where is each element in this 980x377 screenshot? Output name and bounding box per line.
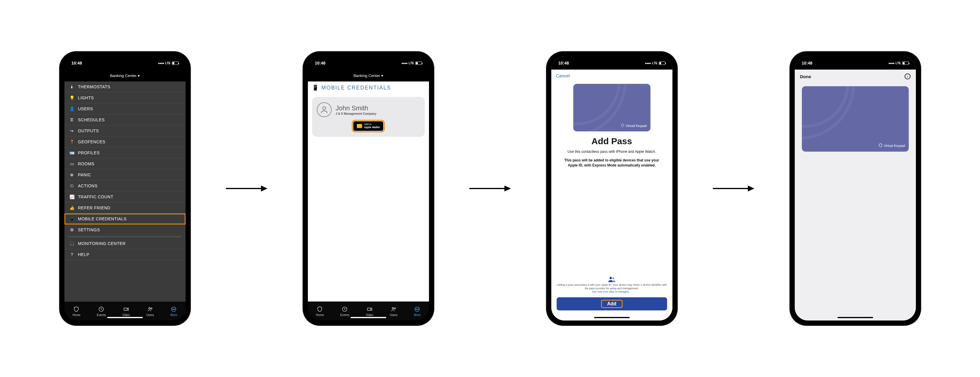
menu-item-label: SCHEDULES — [78, 117, 105, 122]
svg-marker-20 — [504, 185, 511, 192]
home-indicator[interactable] — [837, 317, 873, 318]
notch — [100, 56, 150, 64]
menu-item-lights[interactable]: 💡LIGHTS — [64, 93, 186, 104]
tab-users[interactable]: Users — [146, 306, 154, 317]
phone-2-mobile-credentials: 10:48 ●●●● LTE Banking Center ▾ 📱 MOBILE… — [303, 52, 434, 325]
menu-item-help[interactable]: ?HELP — [64, 249, 186, 260]
menu-item-users[interactable]: 👤USERS — [64, 104, 186, 115]
add-to-apple-wallet-button[interactable]: Add to Apple Wallet — [353, 121, 383, 131]
user-icon: 👤 — [70, 107, 75, 111]
svg-marker-9 — [261, 185, 267, 192]
tab-video[interactable]: Video — [123, 306, 130, 317]
info-icon[interactable]: i — [905, 73, 910, 79]
tab-more[interactable]: More — [170, 306, 177, 317]
menu-item-refer-friend[interactable]: 👍REFER FRIEND — [64, 203, 186, 214]
add-pass-title: Add Pass — [551, 136, 673, 146]
network-label: LTE — [165, 62, 170, 65]
home-indicator[interactable] — [594, 317, 630, 318]
menu-item-schedules[interactable]: 🗓SCHEDULES — [64, 115, 186, 125]
users-icon — [147, 306, 153, 313]
add-button[interactable]: Add — [557, 297, 667, 310]
svg-point-5 — [172, 309, 173, 310]
wallet-pass-card[interactable]: Virtual Keypad — [802, 86, 909, 152]
tab-label: More — [170, 313, 177, 317]
svg-point-16 — [416, 309, 417, 310]
menu-item-label: THERMOSTATS — [78, 85, 110, 89]
svg-point-2 — [149, 307, 150, 309]
network-label: LTE — [896, 62, 901, 65]
svg-marker-24 — [748, 185, 754, 192]
menu-item-label: MONITORING CENTER — [78, 241, 126, 246]
avatar-icon — [317, 102, 332, 117]
add-pass-subtitle: Use this contactless pass with iPhone an… — [551, 149, 673, 154]
add-pass-note: This pass will be added to eligible devi… — [551, 158, 673, 168]
events-icon — [341, 306, 348, 313]
menu-item-geofences[interactable]: 📍GEOFENCES — [64, 136, 186, 147]
tab-more[interactable]: More — [414, 306, 421, 317]
timer-icon: ⏲ — [70, 184, 75, 188]
location-label: Banking Center ▾ — [110, 73, 140, 78]
menu-item-label: TRAFFIC COUNT — [78, 195, 113, 199]
menu-item-rooms[interactable]: ▭ROOMS — [64, 158, 186, 169]
menu-item-monitoring-center[interactable]: 🎧MONITORING CENTER — [64, 238, 186, 249]
gear-icon: ⚙ — [70, 227, 75, 232]
svg-rect-1 — [124, 308, 127, 310]
calendar-icon: 🗓 — [70, 117, 75, 122]
tab-label: Events — [340, 313, 349, 317]
menu-item-mobile-credentials[interactable]: 📱MOBILE CREDENTIALS — [64, 214, 186, 224]
menu-item-actions[interactable]: ⏲ACTIONS — [64, 181, 186, 192]
tab-label: Video — [366, 313, 373, 317]
location-label: Banking Center ▾ — [353, 73, 383, 78]
home-icon — [317, 306, 323, 313]
tab-video[interactable]: Video — [366, 306, 373, 317]
thumbs-up-icon: 👍 — [70, 206, 75, 210]
menu-item-label: HELP — [78, 252, 90, 257]
tab-users[interactable]: Users — [390, 306, 398, 317]
location-dropdown[interactable]: Banking Center ▾ — [308, 70, 429, 81]
menu-item-traffic-count[interactable]: 📈TRAFFIC COUNT — [64, 192, 186, 203]
battery-icon — [415, 62, 422, 65]
menu-item-label: GEOFENCES — [78, 139, 105, 144]
menu-item-profiles[interactable]: 🪪PROFILES — [64, 147, 186, 158]
menu-item-label: PANIC — [78, 173, 91, 177]
output-icon: ↪ — [70, 128, 75, 133]
shield-icon — [878, 143, 883, 148]
tab-events[interactable]: Events — [97, 306, 106, 317]
room-icon: ▭ — [70, 161, 75, 166]
data-management-link[interactable]: See how your data is managed… — [592, 290, 632, 293]
lightbulb-icon: 💡 — [70, 96, 75, 100]
done-button[interactable]: Done — [800, 74, 811, 79]
flow-arrow-2 — [469, 184, 511, 193]
credential-company: J & S Management Company — [336, 112, 377, 115]
menu-separator — [68, 236, 181, 237]
phone-4-wallet-done: 10:48 ●●●● LTE Done i Virtual Keypad — [790, 52, 921, 325]
tab-label: More — [414, 313, 421, 317]
tab-home[interactable]: Home — [316, 306, 324, 317]
people-icon — [557, 276, 667, 282]
home-icon — [73, 306, 80, 313]
signal-icon: ●●●● — [401, 62, 407, 65]
menu-item-label: ACTIONS — [78, 184, 98, 188]
more-menu-list[interactable]: 🌡THERMOSTATS💡LIGHTS👤USERS🗓SCHEDULES↪OUTP… — [64, 81, 186, 302]
video-icon — [123, 306, 129, 313]
menu-item-settings[interactable]: ⚙SETTINGS — [64, 224, 186, 235]
menu-item-outputs[interactable]: ↪OUTPUTS — [64, 125, 186, 136]
cancel-button[interactable]: Cancel — [556, 73, 570, 78]
menu-item-label: PROFILES — [78, 150, 100, 155]
tab-home[interactable]: Home — [72, 306, 80, 317]
menu-item-label: ROOMS — [78, 161, 94, 166]
svg-point-10 — [323, 107, 326, 110]
headset-icon: 🎧 — [70, 241, 75, 246]
svg-point-14 — [394, 308, 395, 309]
svg-point-13 — [392, 307, 394, 309]
location-dropdown[interactable]: Banking Center ▾ — [64, 70, 186, 81]
flow-arrow-3 — [713, 184, 754, 193]
menu-item-panic[interactable]: ⊕PANIC — [64, 169, 186, 181]
tab-events[interactable]: Events — [340, 306, 349, 317]
home-indicator[interactable] — [107, 317, 143, 318]
home-indicator[interactable] — [351, 317, 386, 318]
menu-item-thermostats[interactable]: 🌡THERMOSTATS — [64, 81, 186, 93]
video-icon — [366, 306, 373, 313]
help-icon: ? — [70, 252, 75, 257]
notch — [830, 56, 881, 64]
